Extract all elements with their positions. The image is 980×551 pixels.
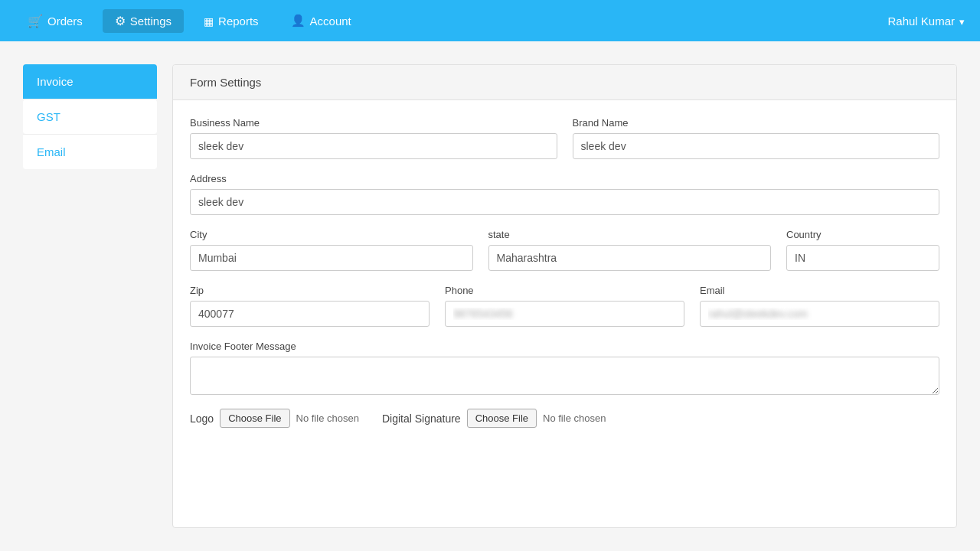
nav-orders[interactable]: Orders	[15, 9, 95, 33]
logo-choose-file-button[interactable]: Choose File	[220, 409, 289, 428]
nav-reports-label: Reports	[218, 15, 259, 28]
digital-signature-choose-file-button[interactable]: Choose File	[467, 409, 537, 428]
digital-signature-file-group: Digital Signature Choose File No file ch…	[382, 409, 606, 428]
account-icon	[291, 14, 305, 28]
dropdown-icon	[959, 15, 965, 28]
file-section-row: Logo Choose File No file chosen Digital …	[190, 409, 939, 428]
form-body: Business Name Brand Name Address City	[173, 100, 956, 445]
address-input[interactable]	[190, 189, 939, 215]
brand-name-label: Brand Name	[573, 117, 940, 129]
brand-name-input[interactable]	[573, 133, 940, 159]
group-business-name: Business Name	[190, 117, 557, 159]
digital-signature-no-file-text: No file chosen	[543, 412, 606, 424]
form-header: Form Settings	[173, 65, 956, 100]
business-name-label: Business Name	[190, 117, 557, 129]
email-label: Email	[700, 285, 939, 296]
city-input[interactable]	[190, 245, 473, 271]
phone-label: Phone	[445, 285, 684, 296]
country-label: Country	[786, 229, 939, 240]
nav-orders-label: Orders	[47, 15, 83, 28]
phone-input[interactable]	[445, 301, 684, 327]
footer-message-label: Invoice Footer Message	[190, 341, 939, 352]
business-name-input[interactable]	[190, 133, 557, 159]
sidebar-item-invoice[interactable]: Invoice	[23, 64, 157, 99]
group-zip: Zip	[190, 285, 430, 327]
nav-reports[interactable]: Reports	[191, 10, 271, 32]
nav-account-label: Account	[310, 15, 351, 28]
nav-settings-label: Settings	[130, 15, 172, 28]
email-input[interactable]	[700, 301, 939, 327]
row-business-brand: Business Name Brand Name	[190, 117, 939, 159]
nav-account[interactable]: Account	[279, 9, 364, 32]
sidebar: Invoice GST Email	[23, 64, 157, 528]
user-name: Rahul Kumar	[887, 15, 955, 28]
row-address: Address	[190, 173, 939, 215]
nav-left: Orders Settings Reports Account	[15, 9, 364, 33]
state-label: state	[488, 229, 772, 240]
sidebar-item-gst[interactable]: GST	[23, 99, 157, 134]
row-zip-phone-email: Zip Phone Email	[190, 285, 939, 327]
group-country: Country	[786, 229, 939, 271]
group-phone: Phone	[445, 285, 684, 327]
logo-label: Logo	[190, 412, 214, 425]
zip-input[interactable]	[190, 301, 430, 327]
user-menu[interactable]: Rahul Kumar	[887, 15, 965, 28]
logo-no-file-text: No file chosen	[296, 412, 359, 424]
row-footer-message: Invoice Footer Message	[190, 341, 939, 395]
country-input[interactable]	[786, 245, 939, 271]
footer-message-input[interactable]	[190, 357, 939, 395]
main-container: Invoice GST Email Form Settings Business…	[0, 41, 980, 551]
content-area: Form Settings Business Name Brand Name A…	[172, 64, 957, 528]
state-input[interactable]	[488, 245, 772, 271]
group-brand-name: Brand Name	[573, 117, 940, 159]
group-state: state	[488, 229, 772, 271]
group-address: Address	[190, 173, 939, 215]
cart-icon	[28, 14, 43, 28]
city-label: City	[190, 229, 473, 240]
address-label: Address	[190, 173, 939, 184]
logo-file-group: Logo Choose File No file chosen	[190, 409, 359, 428]
group-city: City	[190, 229, 473, 271]
digital-signature-label: Digital Signature	[382, 412, 461, 425]
navbar: Orders Settings Reports Account Rahul Ku…	[0, 0, 980, 41]
reports-icon	[204, 15, 214, 28]
row-city-state-country: City state Country	[190, 229, 939, 271]
settings-icon	[115, 14, 126, 28]
group-email: Email	[700, 285, 939, 327]
group-footer-message: Invoice Footer Message	[190, 341, 939, 395]
zip-label: Zip	[190, 285, 430, 296]
sidebar-item-email[interactable]: Email	[23, 134, 157, 169]
nav-settings[interactable]: Settings	[103, 9, 184, 33]
